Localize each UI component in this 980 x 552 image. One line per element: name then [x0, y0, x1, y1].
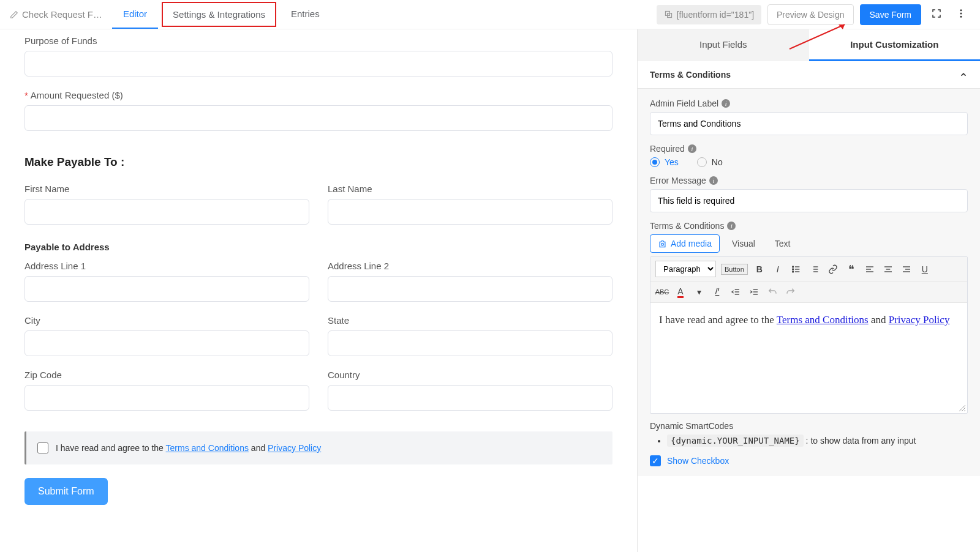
- required-asterisk: *: [24, 90, 28, 100]
- outdent-icon[interactable]: [729, 285, 742, 299]
- radio-dot-yes: [650, 157, 660, 167]
- last-name-label: Last Name: [328, 184, 612, 194]
- main-area: Purpose of Funds *Amount Requested ($) M…: [0, 29, 980, 552]
- editor-tab-text[interactable]: Text: [767, 235, 798, 252]
- addr1-label: Address Line 1: [24, 261, 309, 271]
- last-name-input[interactable]: [328, 199, 612, 225]
- indent-icon[interactable]: [747, 285, 761, 299]
- italic-icon[interactable]: I: [771, 263, 785, 276]
- form-title-text: Check Request F…: [22, 9, 102, 20]
- info-icon[interactable]: i: [727, 222, 736, 230]
- svg-point-10: [792, 269, 793, 270]
- radio-no[interactable]: No: [697, 157, 723, 167]
- city-label: City: [24, 315, 309, 326]
- shortcode-text: [fluentform id="181"]: [677, 10, 754, 20]
- format-select[interactable]: Paragraph: [655, 261, 716, 277]
- rte-prefix: I have read and agree to the: [659, 314, 777, 326]
- state-input[interactable]: [328, 330, 612, 356]
- radio-yes[interactable]: Yes: [650, 157, 679, 167]
- fullscreen-icon: [931, 8, 942, 19]
- align-right-icon[interactable]: [900, 263, 913, 276]
- panel-body: Admin Field Labeli Requiredi Yes No Erro…: [638, 89, 980, 476]
- admin-label-input[interactable]: [650, 112, 968, 135]
- admin-label-text: Admin Field Label: [650, 99, 718, 108]
- error-msg-text: Error Message: [650, 176, 706, 185]
- form-title[interactable]: Check Request F…: [10, 9, 112, 20]
- quote-icon[interactable]: ❝: [845, 263, 858, 276]
- info-icon[interactable]: i: [722, 99, 730, 108]
- payable-address-heading: Payable to Address: [24, 242, 612, 252]
- country-label: Country: [328, 370, 612, 380]
- rte-mid: and: [869, 314, 889, 326]
- align-left-icon[interactable]: [863, 263, 876, 276]
- link-icon[interactable]: [826, 263, 840, 276]
- amount-input[interactable]: [24, 105, 612, 131]
- country-input[interactable]: [328, 385, 612, 411]
- smartcodes-list: {dynamic.YOUR_INPUT_NAME} : to show data…: [650, 436, 968, 446]
- redo-icon[interactable]: [784, 285, 797, 299]
- add-media-button[interactable]: Add media: [650, 234, 720, 253]
- undo-icon[interactable]: [766, 285, 779, 299]
- addr1-input[interactable]: [24, 276, 309, 302]
- tab-input-fields[interactable]: Input Fields: [638, 29, 809, 61]
- tab-input-customization[interactable]: Input Customization: [809, 29, 981, 61]
- save-button[interactable]: Save Form: [860, 4, 921, 25]
- submit-button[interactable]: Submit Form: [24, 478, 108, 505]
- tab-entries[interactable]: Entries: [280, 0, 331, 29]
- underline-icon[interactable]: U: [918, 263, 932, 276]
- shortcode-display[interactable]: [fluentform id="181"]: [657, 5, 761, 24]
- amount-label: *Amount Requested ($): [24, 90, 612, 100]
- align-center-icon[interactable]: [881, 263, 895, 276]
- show-checkbox-option[interactable]: ✓ Show Checkbox: [650, 455, 968, 466]
- terms-link1[interactable]: Terms and Conditions: [166, 443, 249, 453]
- tc-content-text: Terms & Conditions: [650, 221, 724, 231]
- topbar-right: [fluentform id="181"] Preview & Design S…: [657, 4, 970, 25]
- city-state-row: City State: [24, 315, 612, 370]
- strikethrough-icon[interactable]: ABC: [655, 285, 669, 299]
- fullscreen-button[interactable]: [927, 4, 946, 24]
- smartcode-chip: {dynamic.YOUR_INPUT_NAME}: [667, 435, 804, 447]
- svg-point-8: [792, 266, 793, 267]
- panel-title: Terms & Conditions: [650, 70, 731, 80]
- rte-toolbar-1: Paragraph Button B I ❝ U: [650, 257, 967, 282]
- more-vertical-icon: [956, 8, 967, 19]
- radio-yes-label: Yes: [665, 157, 679, 167]
- preview-button[interactable]: Preview & Design: [767, 4, 854, 25]
- panel-header[interactable]: Terms & Conditions: [638, 61, 980, 89]
- terms-link2[interactable]: Privacy Policy: [268, 443, 321, 453]
- checkbox-checked-icon: ✓: [650, 455, 661, 466]
- info-icon[interactable]: i: [688, 144, 696, 153]
- topbar-left: Check Request F… Editor Settings & Integ…: [10, 0, 331, 29]
- terms-field-block[interactable]: I have read and agree to the Terms and C…: [24, 431, 612, 464]
- clear-format-icon[interactable]: [710, 285, 724, 299]
- rte-link2[interactable]: Privacy Policy: [889, 314, 950, 326]
- bullet-list-icon[interactable]: [790, 263, 803, 276]
- text-color-icon[interactable]: A: [674, 285, 687, 299]
- tab-editor[interactable]: Editor: [112, 0, 158, 29]
- error-msg-input[interactable]: [650, 189, 968, 212]
- city-input[interactable]: [24, 330, 309, 356]
- rte-link1[interactable]: Terms and Conditions: [777, 314, 869, 326]
- zip-input[interactable]: [24, 385, 309, 411]
- addr2-input[interactable]: [328, 276, 612, 302]
- bold-icon[interactable]: B: [753, 263, 766, 276]
- terms-checkbox[interactable]: [37, 442, 48, 453]
- first-name-input[interactable]: [24, 199, 309, 225]
- resize-handle-icon[interactable]: [959, 405, 966, 412]
- radio-dot-no: [697, 157, 707, 167]
- editor-tab-visual[interactable]: Visual: [725, 235, 763, 252]
- sidebar-tabs: Input Fields Input Customization: [638, 29, 980, 61]
- smartcode-item: {dynamic.YOUR_INPUT_NAME} : to show data…: [667, 436, 968, 446]
- number-list-icon[interactable]: [808, 263, 821, 276]
- insert-button[interactable]: Button: [721, 264, 748, 275]
- add-media-label: Add media: [671, 239, 712, 248]
- color-dropdown-icon[interactable]: ▾: [692, 285, 706, 299]
- tab-settings[interactable]: Settings & Integrations: [162, 2, 276, 27]
- purpose-input[interactable]: [24, 51, 612, 76]
- more-button[interactable]: [952, 4, 970, 24]
- rte-content[interactable]: I have read and agree to the Terms and C…: [650, 303, 967, 413]
- svg-point-4: [960, 16, 962, 18]
- rich-text-editor: Paragraph Button B I ❝ U ABC A ▾: [650, 256, 968, 414]
- info-icon[interactable]: i: [709, 176, 718, 185]
- admin-label-label: Admin Field Labeli: [650, 99, 968, 108]
